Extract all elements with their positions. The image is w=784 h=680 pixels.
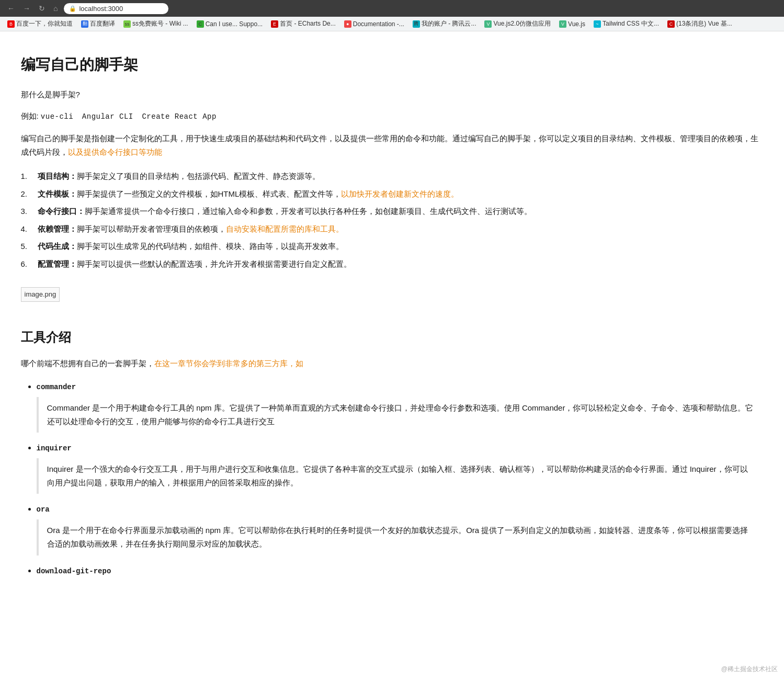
vuejs-favicon: V (559, 20, 566, 28)
bookmark-tencent[interactable]: 腾 我的账户 - 腾讯云... (410, 18, 480, 29)
bookmark-caniuse[interactable]: C Can I use... Suppo... (194, 19, 266, 29)
list-item: 项目结构：脚手架定义了项目的目录结构，包括源代码、配置文件、静态资源等。 (21, 169, 764, 183)
example-create-react-app: Create React App (142, 112, 216, 121)
bookmark-caniuse-label: Can I use... Suppo... (206, 20, 263, 28)
image-placeholder: image.png (21, 287, 60, 302)
tool-name-ora: ora (37, 505, 50, 514)
nav-reload-button[interactable]: ↻ (37, 3, 47, 14)
bookmark-docs-label: Documentation -... (353, 20, 404, 28)
intro-highlight: 以及提供命令行接口等功能 (68, 148, 162, 156)
list-item: 命令行接口：脚手架通常提供一个命令行接口，通过输入命令和参数，开发者可以执行各种… (21, 205, 764, 218)
bookmark-vuejs-label: Vue.js (568, 20, 585, 28)
bookmark-echarts[interactable]: E 首页 - ECharts De... (268, 18, 339, 29)
tools-section-title: 工具介绍 (21, 327, 764, 348)
bookmark-vue-wechat-label: Vue.js2.0仿微信应用 (493, 19, 551, 28)
tool-description-commander: Commander 是一个用于构建命令行工具的 npm 库。它提供了一种简单而直… (37, 397, 764, 433)
page-title: 编写自己的脚手架 (21, 52, 764, 77)
item-content: 配置管理：脚手架可以提供一些默认的配置选项，并允许开发者根据需要进行自定义配置。 (38, 257, 351, 271)
list-item: ora Ora 是一个用于在命令行界面显示加载动画的 npm 库。它可以帮助你在… (37, 502, 764, 555)
bookmark-vue-wechat[interactable]: V Vue.js2.0仿微信应用 (481, 18, 554, 29)
nav-home-button[interactable]: ⌂ (51, 3, 60, 14)
example-angular-cli: Angular CLI (82, 112, 133, 121)
tool-name-commander: commander (37, 383, 76, 391)
vue-wechat-favicon: V (484, 20, 492, 28)
example-vue-cli: vue-cli (41, 112, 73, 121)
bookmark-wiki-label: ss免费账号 - Wiki ... (132, 19, 188, 28)
browser-chrome: ← → ↻ ⌂ 🔒 localhost:3000 (0, 0, 784, 17)
docs-favicon: ● (344, 20, 351, 28)
vue-msgs-favicon: C (667, 20, 675, 28)
bookmark-wiki[interactable]: ss ss免费账号 - Wiki ... (120, 18, 191, 29)
tool-description-ora: Ora 是一个用于在命令行界面显示加载动画的 npm 库。它可以帮助你在执行耗时… (37, 519, 764, 556)
bookmark-fanyid[interactable]: 翻 百度翻译 (78, 18, 118, 29)
item-content: 依赖管理：脚手架可以帮助开发者管理项目的依赖项，自动安装和配置所需的库和工具。 (38, 222, 344, 236)
url-text: localhost:3000 (79, 5, 123, 13)
item-content: 命令行接口：脚手架通常提供一个命令行接口，通过输入命令和参数，开发者可以执行各种… (38, 205, 532, 218)
baidu-favicon: B (7, 20, 15, 28)
list-item: 代码生成：脚手架可以生成常见的代码结构，如组件、模块、路由等，以提高开发效率。 (21, 240, 764, 253)
tool-description-inquirer: Inquirer 是一个强大的命令行交互工具，用于与用户进行交互和收集信息。它提… (37, 458, 764, 494)
list-item: 依赖管理：脚手架可以帮助开发者管理项目的依赖项，自动安装和配置所需的库和工具。 (21, 222, 764, 236)
bookmark-baidu-label: 百度一下，你就知道 (16, 19, 73, 28)
tools-intro: 哪个前端不想拥有自己的一套脚手架，在这一章节你会学到非常多的第三方库，如 (21, 357, 764, 370)
tencent-favicon: 腾 (413, 20, 420, 28)
caniuse-favicon: C (197, 20, 204, 28)
bookmark-echarts-label: 首页 - ECharts De... (280, 19, 336, 28)
nav-back-button[interactable]: ← (5, 3, 17, 14)
fanyi-favicon: 翻 (81, 20, 88, 28)
bookmark-baidu[interactable]: B 百度一下，你就知道 (4, 18, 76, 29)
tool-list: commander Commander 是一个用于构建命令行工具的 npm 库。… (21, 380, 764, 578)
examples-line: 例如: vue-cli Angular CLI Create React App (21, 109, 764, 123)
intro-paragraph: 编写自己的脚手架是指创建一个定制化的工具，用于快速生成项目的基础结构和代码文件，… (21, 132, 764, 160)
bookmark-fanyi-label: 百度翻译 (90, 19, 115, 28)
bookmark-tencent-label: 我的账户 - 腾讯云... (422, 19, 476, 28)
bookmark-docs[interactable]: ● Documentation -... (341, 19, 407, 29)
item-content: 文件模板：脚手架提供了一些预定义的文件模板，如HTML模板、样式表、配置文件等，… (38, 187, 459, 201)
list-item: inquirer Inquirer 是一个强大的命令行交互工具，用于与用户进行交… (37, 441, 764, 494)
list-item: 文件模板：脚手架提供了一些预定义的文件模板，如HTML模板、样式表、配置文件等，… (21, 187, 764, 201)
bookmark-vue-msgs[interactable]: C (13条消息) Vue 基... (664, 18, 735, 29)
feature-list: 项目结构：脚手架定义了项目的目录结构，包括源代码、配置文件、静态资源等。 文件模… (21, 169, 764, 270)
what-is-label: 那什么是脚手架? (21, 88, 764, 101)
list-item: download-git-repo (37, 564, 764, 578)
bookmark-tailwind[interactable]: ~ Tailwind CSS 中文... (590, 18, 662, 29)
bookmark-vuejs[interactable]: V Vue.js (556, 19, 588, 29)
bookmark-vue-msgs-label: (13条消息) Vue 基... (676, 19, 732, 28)
lock-icon: 🔒 (69, 5, 76, 12)
item-content: 代码生成：脚手架可以生成常见的代码结构，如组件、模块、路由等，以提高开发效率。 (38, 240, 344, 253)
page-content: 编写自己的脚手架 那什么是脚手架? 例如: vue-cli Angular CL… (10, 31, 774, 615)
bookmark-tailwind-label: Tailwind CSS 中文... (603, 19, 659, 28)
examples-prefix: 例如: (21, 111, 39, 120)
echarts-favicon: E (271, 20, 278, 28)
tool-name-inquirer: inquirer (37, 444, 72, 452)
list-item: 配置管理：脚手架可以提供一些默认的配置选项，并允许开发者根据需要进行自定义配置。 (21, 257, 764, 271)
url-bar[interactable]: 🔒 localhost:3000 (64, 3, 168, 14)
bookmarks-bar: B 百度一下，你就知道 翻 百度翻译 ss ss免费账号 - Wiki ... … (0, 17, 784, 31)
item-content: 项目结构：脚手架定义了项目的目录结构，包括源代码、配置文件、静态资源等。 (38, 169, 320, 183)
list-item: commander Commander 是一个用于构建命令行工具的 npm 库。… (37, 380, 764, 433)
wiki-favicon: ss (123, 20, 131, 28)
nav-forward-button[interactable]: → (21, 3, 32, 14)
tailwind-favicon: ~ (594, 20, 601, 28)
tool-name-download-git-repo: download-git-repo (37, 567, 111, 575)
